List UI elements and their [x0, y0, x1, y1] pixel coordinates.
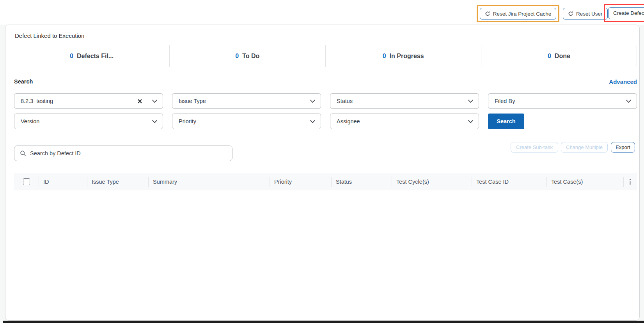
section-divider [14, 138, 637, 138]
column-header-test-case-id: Test Case ID [472, 173, 546, 190]
issue-type-dropdown[interactable]: Issue Type [172, 93, 321, 109]
stat-in-progress: 0 In Progress [326, 45, 481, 67]
status-placeholder: Status [337, 98, 468, 104]
stat-label: To Do [242, 53, 259, 60]
advanced-link[interactable]: Advanced [609, 78, 637, 85]
chevron-down-icon [468, 120, 473, 123]
filed-by-dropdown[interactable]: Filed By [488, 93, 637, 109]
stat-label: Done [555, 53, 570, 60]
stat-done: 0 Done [481, 45, 637, 67]
reset-jira-cache-label: Reset Jira Project Cache [493, 11, 551, 17]
chevron-down-icon [152, 120, 157, 123]
stat-label: Defects Fil... [77, 53, 114, 60]
create-subtask-button[interactable]: Create Sub-task [511, 142, 558, 153]
bottom-edge-bar [3, 321, 644, 323]
stat-label: In Progress [390, 53, 424, 60]
clear-icon[interactable] [138, 99, 142, 103]
stat-count: 0 [383, 53, 386, 60]
orange-highlight-box: Reset Jira Project Cache [477, 5, 559, 22]
version-dropdown[interactable]: Version [14, 114, 163, 129]
page: Reset Jira Project Cache Reset User Crea… [0, 0, 644, 323]
column-header-status: Status [331, 173, 392, 190]
search-section-header: Search Advanced [14, 77, 637, 86]
filed-by-placeholder: Filed By [495, 98, 626, 104]
defects-panel: Defect Linked to Execution 0 Defects Fil… [5, 25, 640, 321]
search-button[interactable]: Search [488, 114, 524, 129]
cycle-filter-value: 8.2.3_testing [21, 98, 138, 104]
chevron-down-icon [310, 99, 315, 103]
reset-jira-cache-button[interactable]: Reset Jira Project Cache [480, 8, 556, 20]
assignee-dropdown[interactable]: Assignee [330, 114, 479, 129]
defect-id-search-input[interactable] [30, 150, 227, 156]
chevron-down-icon [152, 99, 157, 103]
column-header-test-cycles: Test Cycle(s) [392, 173, 472, 190]
chevron-down-icon [310, 120, 315, 123]
stat-count: 0 [70, 53, 73, 60]
reset-user-label: Reset User [576, 11, 603, 17]
select-all-cell [14, 173, 39, 190]
column-header-test-cases: Test Case(s) [546, 173, 623, 190]
assignee-placeholder: Assignee [337, 118, 468, 124]
column-header-issue-type: Issue Type [87, 173, 148, 190]
version-placeholder: Version [21, 118, 152, 124]
column-header-summary: Summary [148, 173, 270, 190]
defects-table: ID Issue Type Summary Priority Status Te… [14, 173, 637, 190]
create-defect-label: Create Defect [613, 10, 644, 16]
issue-type-placeholder: Issue Type [179, 98, 310, 104]
change-multiple-button[interactable]: Change Multiple [561, 142, 608, 153]
create-defect-button[interactable]: Create Defect [608, 7, 644, 19]
stat-to-do: 0 To Do [170, 45, 325, 67]
table-header-row: ID Issue Type Summary Priority Status Te… [14, 173, 637, 190]
refresh-icon [568, 11, 573, 16]
defect-stats-row: 0 Defects Fil... 0 To Do 0 In Progress 0… [14, 45, 637, 67]
refresh-icon [485, 11, 490, 16]
panel-title: Defect Linked to Execution [15, 32, 84, 39]
stat-count: 0 [548, 53, 551, 60]
column-header-priority: Priority [270, 173, 331, 190]
stat-defects-filed: 0 Defects Fil... [14, 45, 170, 67]
cycle-filter-dropdown[interactable]: 8.2.3_testing [14, 93, 163, 109]
chevron-down-icon [626, 99, 631, 103]
priority-placeholder: Priority [179, 118, 310, 124]
stat-count: 0 [235, 53, 239, 60]
select-all-checkbox[interactable] [23, 178, 30, 185]
status-dropdown[interactable]: Status [330, 93, 479, 109]
priority-dropdown[interactable]: Priority [172, 114, 321, 129]
export-button[interactable]: Export [611, 142, 635, 153]
red-highlight-box: Create Defect [604, 4, 644, 22]
column-header-id: ID [39, 173, 87, 190]
reset-user-button[interactable]: Reset User [563, 8, 608, 20]
kebab-menu-icon[interactable] [630, 179, 631, 185]
top-bar: Reset Jira Project Cache Reset User Crea… [0, 0, 644, 25]
chevron-down-icon [468, 99, 473, 103]
search-heading: Search [14, 78, 33, 85]
column-menu-cell[interactable] [623, 173, 637, 190]
defect-id-search-box [14, 146, 232, 161]
search-icon [20, 150, 26, 156]
